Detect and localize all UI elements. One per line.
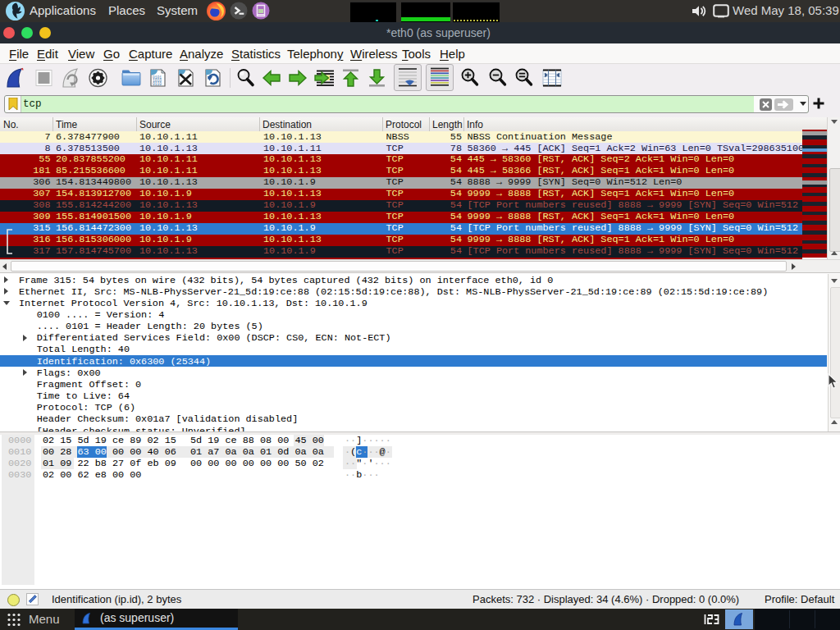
svg-text:0110: 0110 — [153, 82, 162, 86]
